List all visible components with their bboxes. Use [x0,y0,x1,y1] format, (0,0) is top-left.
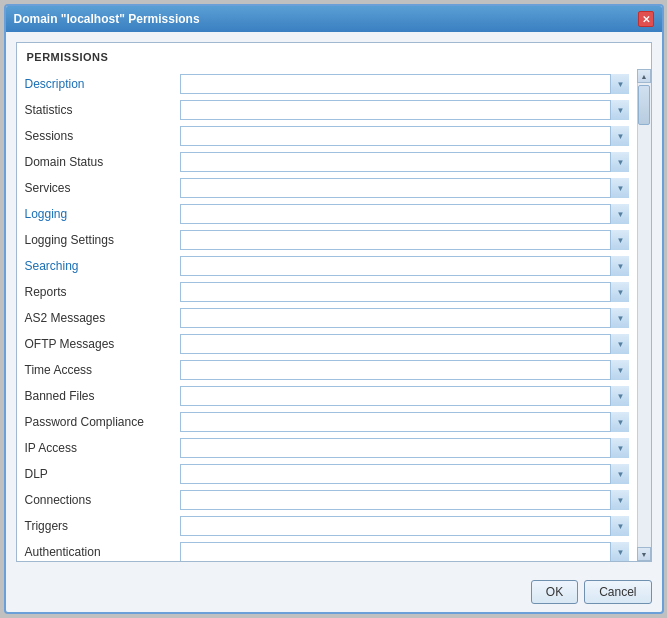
perm-row-logging: Logging▼ [25,203,629,225]
perm-select-wrapper-password-compliance: ▼ [180,412,629,432]
close-icon: ✕ [642,14,650,25]
perm-select-wrapper-authentication: ▼ [180,542,629,561]
perm-label-authentication: Authentication [25,545,180,559]
perm-row-description: Description▼ [25,73,629,95]
perm-label-description: Description [25,77,180,91]
perm-select-reports[interactable] [180,282,629,302]
perm-label-statistics: Statistics [25,103,180,117]
perm-select-description[interactable] [180,74,629,94]
perm-select-searching[interactable] [180,256,629,276]
perm-select-logging-settings[interactable] [180,230,629,250]
perm-label-connections: Connections [25,493,180,507]
scrollbar-track[interactable]: ▲ ▼ [637,69,651,561]
perm-select-time-access[interactable] [180,360,629,380]
perm-select-triggers[interactable] [180,516,629,536]
perm-select-wrapper-dlp: ▼ [180,464,629,484]
dialog: Domain "localhost" Permissions ✕ PERMISS… [4,4,664,614]
perm-select-wrapper-services: ▼ [180,178,629,198]
perm-select-ip-access[interactable] [180,438,629,458]
permissions-panel: PERMISSIONS Description▼Statistics▼Sessi… [16,42,652,562]
permissions-list[interactable]: Description▼Statistics▼Sessions▼Domain S… [17,69,637,561]
scroll-up-arrow[interactable]: ▲ [637,69,651,83]
scroll-thumb[interactable] [638,85,650,125]
perm-label-banned-files: Banned Files [25,389,180,403]
close-button[interactable]: ✕ [638,11,654,27]
perm-row-oftp-messages: OFTP Messages▼ [25,333,629,355]
perm-select-wrapper-reports: ▼ [180,282,629,302]
perm-row-password-compliance: Password Compliance▼ [25,411,629,433]
perm-label-logging: Logging [25,207,180,221]
perm-label-dlp: DLP [25,467,180,481]
perm-label-oftp-messages: OFTP Messages [25,337,180,351]
perm-row-reports: Reports▼ [25,281,629,303]
perm-row-as2-messages: AS2 Messages▼ [25,307,629,329]
perm-select-domain-status[interactable] [180,152,629,172]
perm-row-services: Services▼ [25,177,629,199]
dialog-title: Domain "localhost" Permissions [14,12,200,26]
perm-select-connections[interactable] [180,490,629,510]
dialog-body: PERMISSIONS Description▼Statistics▼Sessi… [6,32,662,572]
perm-select-wrapper-statistics: ▼ [180,100,629,120]
perm-label-logging-settings: Logging Settings [25,233,180,247]
perm-row-domain-status: Domain Status▼ [25,151,629,173]
perm-label-services: Services [25,181,180,195]
perm-select-wrapper-as2-messages: ▼ [180,308,629,328]
perm-select-wrapper-banned-files: ▼ [180,386,629,406]
perm-select-wrapper-logging-settings: ▼ [180,230,629,250]
perm-select-authentication[interactable] [180,542,629,561]
permissions-scroll-area: Description▼Statistics▼Sessions▼Domain S… [17,69,651,561]
perm-row-authentication: Authentication▼ [25,541,629,561]
perm-select-wrapper-oftp-messages: ▼ [180,334,629,354]
perm-row-searching: Searching▼ [25,255,629,277]
perm-select-wrapper-triggers: ▼ [180,516,629,536]
perm-row-connections: Connections▼ [25,489,629,511]
perm-row-ip-access: IP Access▼ [25,437,629,459]
perm-row-time-access: Time Access▼ [25,359,629,381]
perm-select-as2-messages[interactable] [180,308,629,328]
perm-select-wrapper-ip-access: ▼ [180,438,629,458]
perm-select-wrapper-domain-status: ▼ [180,152,629,172]
perm-row-dlp: DLP▼ [25,463,629,485]
perm-select-logging[interactable] [180,204,629,224]
perm-row-banned-files: Banned Files▼ [25,385,629,407]
perm-select-wrapper-time-access: ▼ [180,360,629,380]
perm-row-triggers: Triggers▼ [25,515,629,537]
perm-select-banned-files[interactable] [180,386,629,406]
perm-label-time-access: Time Access [25,363,180,377]
permissions-title: PERMISSIONS [17,43,651,69]
title-bar: Domain "localhost" Permissions ✕ [6,6,662,32]
perm-row-sessions: Sessions▼ [25,125,629,147]
scroll-down-arrow[interactable]: ▼ [637,547,651,561]
perm-select-wrapper-connections: ▼ [180,490,629,510]
perm-select-statistics[interactable] [180,100,629,120]
perm-select-wrapper-searching: ▼ [180,256,629,276]
perm-select-wrapper-logging: ▼ [180,204,629,224]
perm-select-password-compliance[interactable] [180,412,629,432]
perm-label-as2-messages: AS2 Messages [25,311,180,325]
perm-row-statistics: Statistics▼ [25,99,629,121]
scroll-track [638,83,651,547]
perm-label-reports: Reports [25,285,180,299]
perm-select-wrapper-description: ▼ [180,74,629,94]
perm-select-dlp[interactable] [180,464,629,484]
perm-select-services[interactable] [180,178,629,198]
perm-label-domain-status: Domain Status [25,155,180,169]
cancel-button[interactable]: Cancel [584,580,651,604]
perm-row-logging-settings: Logging Settings▼ [25,229,629,251]
perm-label-searching: Searching [25,259,180,273]
perm-select-wrapper-sessions: ▼ [180,126,629,146]
perm-select-oftp-messages[interactable] [180,334,629,354]
perm-select-sessions[interactable] [180,126,629,146]
ok-button[interactable]: OK [531,580,578,604]
perm-label-sessions: Sessions [25,129,180,143]
perm-label-password-compliance: Password Compliance [25,415,180,429]
perm-label-ip-access: IP Access [25,441,180,455]
perm-label-triggers: Triggers [25,519,180,533]
footer: OK Cancel [6,572,662,612]
